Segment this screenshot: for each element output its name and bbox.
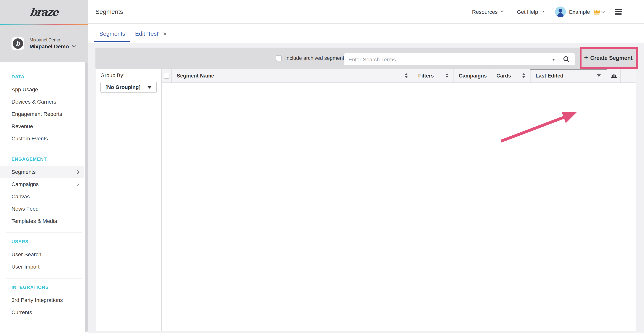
archived-filter: Include archived segments <box>276 48 347 69</box>
braze-segments-page: braze b Mixpanel Demo Mixpanel Demo DATA… <box>0 0 644 333</box>
group-by-panel: Group By: [No Grouping] <box>96 69 162 331</box>
hamburger-menu-icon[interactable] <box>615 9 622 15</box>
create-segment-label: Create Segment <box>590 55 633 61</box>
chevron-down-icon[interactable] <box>601 9 605 13</box>
resources-label: Resources <box>472 9 498 15</box>
sort-arrows-icon[interactable] <box>446 73 448 78</box>
sidebar-item-templates-media[interactable]: Templates & Media <box>0 215 84 227</box>
sidebar-item-user-search[interactable]: User Search <box>0 248 84 260</box>
tab-segments[interactable]: Segments <box>94 24 130 43</box>
top-bar: Segments Resources Get Help <box>88 0 644 24</box>
column-header-filters[interactable]: Filters <box>413 69 454 83</box>
sidebar-section-engagement: ENGAGEMENTSegmentsCampaignsCanvasNews Fe… <box>0 150 88 232</box>
sort-arrows-icon[interactable] <box>522 73 525 78</box>
sidebar-item-label: Canvas <box>12 193 30 199</box>
tab-bar: Segments Edit 'Test' ✕ <box>88 24 644 43</box>
sidebar-item-revenue[interactable]: Revenue <box>0 120 84 132</box>
sidebar-item-user-import[interactable]: User Import <box>0 260 84 273</box>
search-dropdown-caret-icon[interactable] <box>552 59 555 61</box>
table-header-row: Segment NameFiltersCampaignsCardsLast Ed… <box>162 69 636 83</box>
tab-edit-test[interactable]: Edit 'Test' ✕ <box>130 24 172 43</box>
search-icon[interactable] <box>563 56 570 64</box>
sidebar-item-label: Engagement Reports <box>12 111 62 117</box>
column-header-label: Segment Name <box>177 73 214 79</box>
sidebar-section-integrations: INTEGRATIONS3rd Party IntegrationsCurren… <box>0 278 88 323</box>
sidebar-item-label: User Search <box>12 251 42 257</box>
page-title: Segments <box>96 8 123 15</box>
sidebar-item-devices-carriers[interactable]: Devices & Carriers <box>0 96 84 108</box>
chevron-right-icon <box>75 182 79 186</box>
sort-arrows-icon[interactable] <box>405 73 408 78</box>
table-header-chart-cell[interactable] <box>607 69 620 83</box>
group-by-dropdown[interactable]: [No Grouping] <box>100 82 157 93</box>
segment-search <box>344 53 575 65</box>
sidebar-item-segments[interactable]: Segments <box>0 166 84 178</box>
get-help-menu[interactable]: Get Help <box>517 9 544 15</box>
column-header-segment-name[interactable]: Segment Name <box>172 69 413 83</box>
chevron-right-icon <box>75 170 79 174</box>
sidebar-item-label: App Usage <box>12 86 38 93</box>
column-header-campaigns[interactable]: Campaigns <box>454 69 492 83</box>
column-header-label: Last Edited <box>536 73 564 79</box>
logo-block: braze <box>0 0 88 24</box>
sidebar-item-label: 3rd Party Integrations <box>12 297 63 303</box>
sidebar-item-label: Currents <box>12 309 32 315</box>
sidebar: braze b Mixpanel Demo Mixpanel Demo DATA… <box>0 0 88 333</box>
group-by-value: [No Grouping] <box>106 84 140 90</box>
segments-table: Segment NameFiltersCampaignsCardsLast Ed… <box>162 69 636 331</box>
sidebar-section-data: DATAApp UsageDevices & CarriersEngagemen… <box>0 68 88 149</box>
tab-label: Segments <box>99 30 125 37</box>
close-icon[interactable]: ✕ <box>163 31 167 37</box>
sidebar-item-label: User Import <box>12 263 40 270</box>
create-segment-button[interactable]: + Create Segment <box>583 49 634 67</box>
sidebar-item-news-feed[interactable]: News Feed <box>0 203 84 215</box>
column-header-label: Campaigns <box>459 73 487 79</box>
tab-label: Edit 'Test' <box>135 30 160 37</box>
sidebar-item-3rd-party-integrations[interactable]: 3rd Party Integrations <box>0 294 84 306</box>
column-header-last-edited[interactable]: Last Edited <box>530 69 607 83</box>
workspace-avatar: b <box>12 37 24 50</box>
user-avatar-icon[interactable] <box>555 6 566 17</box>
sidebar-item-custom-events[interactable]: Custom Events <box>0 132 84 145</box>
sidebar-item-currents[interactable]: Currents <box>0 306 84 318</box>
workspace-avatar-letter: b <box>13 38 23 49</box>
top-bar-right: Resources Get Help <box>472 6 644 17</box>
bar-chart-icon <box>611 72 617 79</box>
content-area: Include archived segments + Create Segme… <box>88 44 644 333</box>
sidebar-item-label: News Feed <box>12 206 39 212</box>
sidebar-scrollbar[interactable] <box>85 62 88 332</box>
main-area: Segments Resources Get Help <box>88 0 644 333</box>
sidebar-item-label: Custom Events <box>12 135 48 142</box>
sidebar-nav: DATAApp UsageDevices & CarriersEngagemen… <box>0 62 88 323</box>
sidebar-item-campaigns[interactable]: Campaigns <box>0 178 84 190</box>
chevron-down-icon <box>72 44 76 47</box>
include-archived-label: Include archived segments <box>285 55 347 61</box>
sidebar-item-label: Segments <box>12 169 36 175</box>
chevron-down-icon <box>541 9 544 13</box>
workspace-company-name: Mixpanel Demo <box>30 38 75 42</box>
get-help-label: Get Help <box>517 9 538 15</box>
workspace-app-name: Mixpanel Demo <box>30 43 69 49</box>
column-header-label: Cards <box>496 73 511 79</box>
sidebar-item-canvas[interactable]: Canvas <box>0 190 84 203</box>
braze-logo[interactable]: braze <box>29 6 59 18</box>
sidebar-item-app-usage[interactable]: App Usage <box>0 83 84 96</box>
group-by-label: Group By: <box>100 72 124 78</box>
sidebar-item-engagement-reports[interactable]: Engagement Reports <box>0 108 84 120</box>
sidebar-item-label: Revenue <box>12 123 33 129</box>
table-header-spacer-cell <box>620 69 636 83</box>
column-header-label: Filters <box>418 73 434 79</box>
sidebar-section-header: ENGAGEMENT <box>0 150 88 166</box>
include-archived-checkbox[interactable] <box>276 55 282 61</box>
account-name[interactable]: Example <box>569 9 590 15</box>
chevron-down-icon <box>500 9 504 13</box>
select-all-checkbox[interactable] <box>164 73 170 79</box>
sidebar-section-header: DATA <box>0 68 88 83</box>
dropdown-caret-icon <box>147 86 152 89</box>
column-header-cards[interactable]: Cards <box>492 69 530 83</box>
sort-desc-caret-icon[interactable] <box>597 74 601 77</box>
search-input[interactable] <box>344 53 575 65</box>
sidebar-item-label: Devices & Carriers <box>12 99 56 105</box>
workspace-selector[interactable]: b Mixpanel Demo Mixpanel Demo <box>0 25 88 62</box>
resources-menu[interactable]: Resources <box>472 9 503 15</box>
